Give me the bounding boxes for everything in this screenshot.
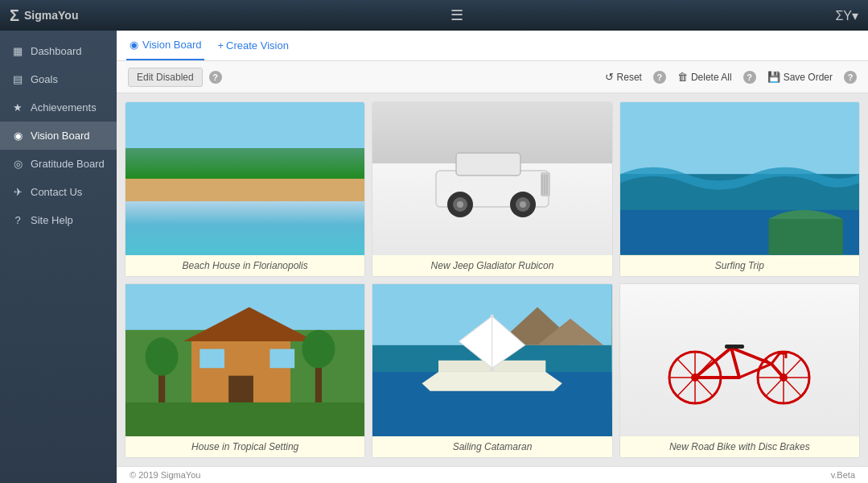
save-icon: 💾 [767,71,780,83]
vision-card-6-image [620,284,859,437]
reset-button[interactable]: ↺ Reset [605,71,642,83]
sidebar-label-gratitude-board: Gratitude Board [31,158,105,170]
sidebar-label-vision-board: Vision Board [31,130,89,142]
svg-rect-27 [125,402,364,436]
svg-rect-22 [269,349,294,368]
sidebar-label-achievements: Achievements [31,101,97,114]
svg-point-11 [520,201,526,208]
create-vision-link[interactable]: + Create Vision [217,39,288,52]
vision-card-2-image [372,102,611,255]
sidebar-item-contact-us[interactable]: ✈ Contact Us [0,178,117,206]
vision-card-6[interactable]: New Road Bike with Disc Brakes [619,283,860,459]
sidebar-item-dashboard[interactable]: ▦ Dashboard [0,37,117,65]
reset-help-icon[interactable]: ? [653,71,666,84]
surfing-svg [620,102,859,255]
logo-symbol: Σ [10,6,19,25]
house2-image [125,284,364,437]
vision-card-5-label: Sailing Catamaran [372,436,611,457]
house2-svg [125,284,364,437]
toolbar-right: ↺ Reset ? 🗑 Delete All ? 💾 Save Order ? [605,71,857,84]
catamaran-image [372,284,611,437]
edit-disabled-button[interactable]: Edit Disabled [128,68,203,87]
bike-svg [659,312,820,408]
reset-label: Reset [617,72,642,83]
topbar: Σ SigmaYou ☰ ΣY▾ [0,0,868,31]
sidebar: ▦ Dashboard ▤ Goals ★ Achievements ◉ Vis… [0,31,117,483]
vision-card-3-image [620,102,859,255]
svg-rect-1 [456,153,520,175]
delete-all-label: Delete All [691,72,732,83]
delete-all-button[interactable]: 🗑 Delete All [677,71,732,83]
svg-rect-53 [725,345,744,349]
catamaran-svg [372,284,611,437]
gratitude-board-icon: ◎ [11,158,24,170]
vision-card-4-image [125,284,364,437]
topbar-left: Σ SigmaYou [10,6,78,25]
contact-us-icon: ✈ [11,186,24,198]
vision-card-5-image [372,284,611,437]
save-order-label: Save Order [784,72,833,83]
svg-point-26 [302,329,335,367]
vision-card-4[interactable]: House in Tropical Setting [125,283,365,459]
sidebar-item-site-help[interactable]: ? Site Help [0,206,117,234]
sidebar-label-dashboard: Dashboard [31,45,82,57]
vision-grid: Beach House in Florianopolis [117,93,868,466]
create-vision-plus: + [217,39,224,52]
user-menu-button[interactable]: ΣY▾ [835,8,858,23]
sidebar-item-gratitude-board[interactable]: ◎ Gratitude Board [0,150,117,178]
sidebar-label-goals: Goals [31,73,58,85]
sidebar-label-site-help: Site Help [31,214,73,226]
surfing-image [620,102,859,255]
svg-rect-21 [200,349,224,368]
goals-icon: ▤ [11,73,24,85]
app-name: SigmaYou [24,9,78,22]
delete-icon: 🗑 [677,71,688,83]
vision-card-1-image [125,102,364,255]
tab-vision-board-label: Vision Board [142,39,201,51]
footer: © 2019 SigmaYou v.Beta [117,466,868,483]
dashboard-icon: ▦ [11,45,24,57]
vision-card-5[interactable]: Sailing Catamaran [372,283,612,459]
reset-icon: ↺ [605,71,614,83]
delete-help-icon[interactable]: ? [743,71,756,84]
svg-point-8 [457,201,463,208]
svg-point-24 [146,337,179,375]
create-vision-label: Create Vision [226,39,289,52]
vision-card-6-label: New Road Bike with Disc Brakes [620,436,859,457]
vision-board-tab-icon: ◉ [130,39,138,51]
save-help-icon[interactable]: ? [844,71,857,84]
sidebar-label-contact-us: Contact Us [31,186,82,198]
vision-card-3[interactable]: Surfing Trip [619,101,860,277]
sidebar-item-achievements[interactable]: ★ Achievements [0,93,117,122]
achievements-icon: ★ [11,101,24,114]
site-help-icon: ? [11,214,24,226]
vision-card-1[interactable]: Beach House in Florianopolis [125,101,365,277]
vision-card-4-label: House in Tropical Setting [125,436,364,457]
main-layout: ▦ Dashboard ▤ Goals ★ Achievements ◉ Vis… [0,31,868,483]
svg-rect-20 [228,375,253,406]
vision-board-icon: ◉ [11,130,24,142]
sidebar-item-goals[interactable]: ▤ Goals [0,65,117,93]
footer-version: v.Beta [831,470,855,480]
edit-help-icon[interactable]: ? [209,71,222,84]
tabs-bar: ◉ Vision Board + Create Vision [117,31,868,61]
footer-copyright: © 2019 SigmaYou [130,470,200,480]
sidebar-item-vision-board[interactable]: ◉ Vision Board [0,122,117,150]
bike-image [620,284,859,437]
content-area: ◉ Vision Board + Create Vision Edit Disa… [117,31,868,483]
jeep-image [372,102,611,255]
tab-vision-board[interactable]: ◉ Vision Board [126,31,204,60]
vision-card-1-label: Beach House in Florianopolis [125,255,364,276]
jeep-svg [420,138,565,219]
toolbar: Edit Disabled ? ↺ Reset ? 🗑 Delete All ?… [117,61,868,93]
vision-card-3-label: Surfing Trip [620,255,859,276]
hamburger-button[interactable]: ☰ [444,3,470,27]
beach-house-image [125,102,364,255]
save-order-button[interactable]: 💾 Save Order [767,71,833,83]
app-logo: Σ SigmaYou [10,6,78,25]
svg-rect-15 [768,219,842,255]
toolbar-left: Edit Disabled ? [128,68,222,87]
vision-card-2[interactable]: New Jeep Gladiator Rubicon [372,101,612,277]
vision-card-2-label: New Jeep Gladiator Rubicon [372,255,611,276]
